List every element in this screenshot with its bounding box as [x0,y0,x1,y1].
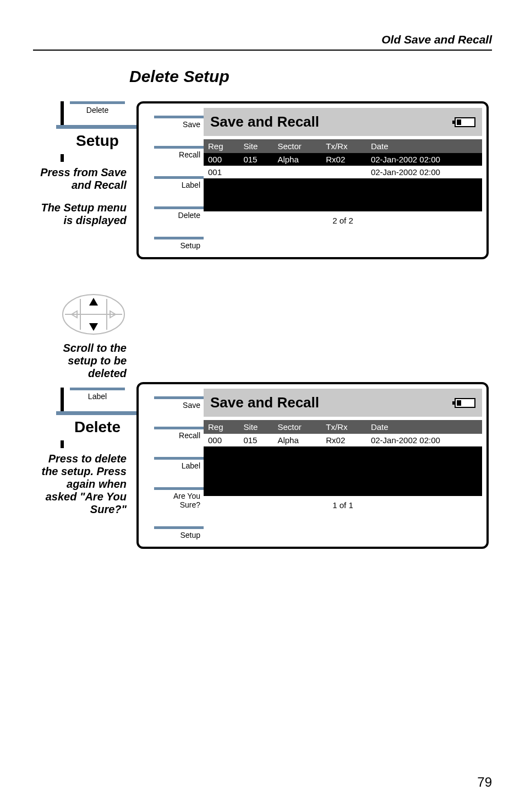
table-row[interactable]: 000 015 Alpha Rx02 02-Jan-2002 02:00 [204,434,482,446]
are-you-sure-button[interactable]: Are You Sure? [154,487,204,512]
block-setup: Delete Setup Press from Save and Recall … [33,101,492,259]
cell [273,166,321,178]
recall-button-2[interactable]: Recall [154,427,204,443]
col-sector: Sector [273,139,321,153]
side-buttons-1: Save Recall Label Delete Setup [143,108,204,253]
page-number: 79 [477,775,492,790]
label-mini-button[interactable]: Label [70,388,125,404]
caption-setup-displayed: The Setup menu is displayed [33,201,127,227]
cell: 02-Jan-2002 02:00 [367,434,482,446]
col-date: Date [367,139,482,153]
cell: Rx02 [321,153,367,166]
battery-icon-2 [455,398,475,408]
setup-button[interactable]: Setup [154,237,204,253]
col-date-2: Date [367,420,482,434]
cell: Alpha [273,153,321,166]
table-2: Reg Site Sector Tx/Rx Date 000 015 Alpha… [204,420,482,496]
screen-area-2: Save and Recall Reg Site Sector Tx/Rx Da… [204,389,482,542]
col-txrx: Tx/Rx [321,139,367,153]
col-reg: Reg [204,139,239,153]
cell: 015 [239,434,273,446]
page-indicator-2: 1 of 1 [204,496,482,514]
button-ladder-2: Label Delete [61,388,127,448]
caption-press-delete: Press to delete the setup. Press again w… [33,453,127,516]
cell [321,166,367,178]
page-indicator-1: 2 of 2 [204,211,482,230]
screen-title-bar-2: Save and Recall [204,389,482,417]
cell: 02-Jan-2002 02:00 [367,166,482,178]
setup-big-button[interactable]: Setup [56,125,139,154]
col-sector-2: Sector [273,420,321,434]
caption-press-from: Press from Save and Recall [33,166,127,192]
device-panel-2: Save Recall Label Are You Sure? Setup Sa… [136,382,489,549]
cell: Rx02 [321,434,367,446]
save-button[interactable]: Save [154,116,204,132]
left-column-1: Delete Setup Press from Save and Recall … [33,101,127,259]
table-row[interactable]: 001 02-Jan-2002 02:00 [204,166,482,178]
cell: 001 [204,166,239,178]
block-delete: Label Delete Press to delete the setup. … [33,382,492,549]
cell: 02-Jan-2002 02:00 [367,153,482,166]
col-site: Site [239,139,273,153]
table-1: Reg Site Sector Tx/Rx Date 000 015 Alpha… [204,139,482,211]
caption-scroll: Scroll to the setup to be deleted [33,342,127,380]
cell: 015 [239,153,273,166]
screen-area-1: Save and Recall Reg Site Sector Tx/Rx Da… [204,108,482,253]
cell [239,166,273,178]
side-buttons-2: Save Recall Label Are You Sure? Setup [143,389,204,542]
cell: 000 [204,434,239,446]
cell: 000 [204,153,239,166]
device-panel-1: Save Recall Label Delete Setup Save and … [136,101,489,259]
battery-icon [455,117,475,127]
setup-button-2[interactable]: Setup [154,526,204,542]
delete-mini-button[interactable]: Delete [70,101,125,117]
dpad-icon[interactable] [61,292,127,336]
recall-button[interactable]: Recall [154,146,204,162]
label-button-2[interactable]: Label [154,457,204,473]
button-ladder-1: Delete Setup [61,101,127,162]
page-header: Old Save and Recall [33,33,492,51]
delete-big-button[interactable]: Delete [56,411,139,440]
delete-button[interactable]: Delete [154,206,204,222]
screen-title-bar-1: Save and Recall [204,108,482,136]
table-row[interactable]: 000 015 Alpha Rx02 02-Jan-2002 02:00 [204,153,482,166]
save-button-2[interactable]: Save [154,396,204,412]
col-reg-2: Reg [204,420,239,434]
col-site-2: Site [239,420,273,434]
left-column-2: Label Delete Press to delete the setup. … [33,382,127,549]
label-button[interactable]: Label [154,176,204,192]
svg-marker-4 [89,298,98,306]
cell: Alpha [273,434,321,446]
screen-title-1: Save and Recall [210,113,319,130]
svg-marker-5 [89,323,98,331]
section-title: Delete Setup [129,67,492,86]
header-title: Old Save and Recall [381,33,492,46]
screen-title-2: Save and Recall [210,394,319,411]
col-txrx-2: Tx/Rx [321,420,367,434]
